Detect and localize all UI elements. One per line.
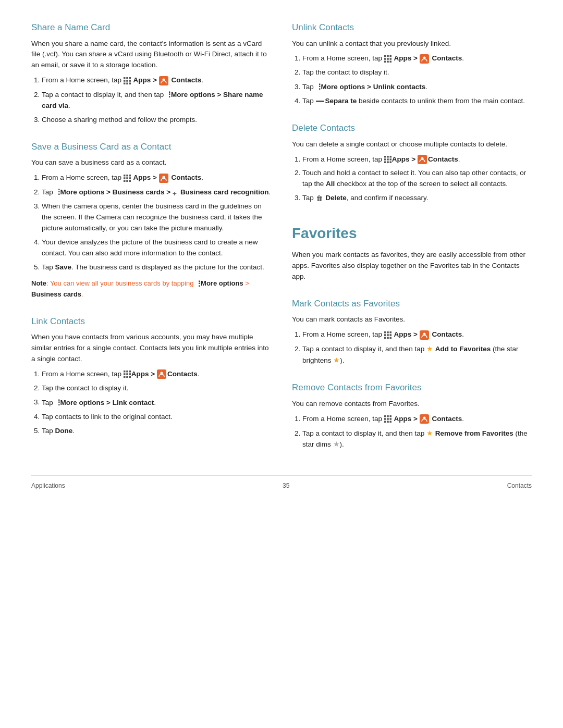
- list-item: Tap More options > Business cards > +Bus…: [42, 187, 271, 198]
- mark-favorites-intro: You can mark contacts as Favorites.: [292, 314, 532, 325]
- star-gold-icon: ★: [426, 429, 433, 437]
- svg-rect-36: [384, 60, 386, 63]
- unlink-contacts-title: Unlink Contacts: [292, 21, 532, 34]
- svg-rect-34: [387, 58, 389, 60]
- more-options-icon: [316, 81, 321, 93]
- svg-rect-48: [389, 161, 391, 163]
- remove-favorites-title: Remove Contacts from Favorites: [292, 381, 532, 394]
- contacts-app-icon: [420, 414, 429, 424]
- list-item: Tap the contact to display it.: [42, 383, 271, 394]
- svg-rect-54: [387, 334, 389, 336]
- apps-icon: [384, 415, 391, 423]
- footer-right: Contacts: [507, 481, 532, 490]
- contacts-app-icon: [420, 54, 429, 64]
- more-options-icon: [166, 89, 171, 101]
- svg-rect-18: [129, 180, 131, 182]
- svg-rect-63: [384, 418, 386, 420]
- svg-rect-32: [389, 55, 391, 57]
- svg-rect-17: [126, 180, 128, 182]
- svg-rect-24: [126, 374, 128, 376]
- share-name-card-title: Share a Name Card: [31, 21, 271, 34]
- mark-favorites-title: Mark Contacts as Favorites: [292, 297, 532, 311]
- svg-rect-27: [126, 376, 128, 378]
- list-item: Tap a contact to display it, and then ta…: [302, 428, 532, 451]
- list-item: Tap Save. The business card is displayed…: [42, 262, 271, 273]
- svg-rect-62: [389, 415, 391, 417]
- save-business-card-intro: You can save a business card as a contac…: [31, 157, 271, 168]
- list-item: From a Home screen, tap Apps >: [302, 154, 532, 165]
- contacts-app-icon: [418, 155, 427, 164]
- svg-rect-40: [384, 156, 386, 158]
- star-gold-icon: ★: [426, 344, 433, 353]
- favorites-title: Favorites: [292, 223, 532, 244]
- trash-icon: 🗑: [316, 193, 323, 204]
- delete-contacts-intro: You can delete a single contact or choos…: [292, 139, 532, 150]
- svg-rect-66: [384, 421, 386, 423]
- svg-rect-16: [124, 180, 126, 182]
- plus-icon: +: [173, 189, 180, 196]
- save-business-card-steps: From a Home screen, tap Apps >: [42, 172, 271, 273]
- svg-rect-2: [129, 77, 131, 79]
- remove-favorites-steps: From a Home screen, tap Apps >: [302, 414, 532, 451]
- svg-rect-28: [129, 376, 131, 378]
- more-options-icon: [195, 278, 201, 290]
- footer-left: Applications: [31, 481, 65, 490]
- svg-rect-22: [129, 371, 131, 373]
- svg-rect-8: [129, 82, 131, 84]
- svg-rect-45: [389, 158, 391, 161]
- svg-rect-42: [389, 156, 391, 158]
- svg-rect-60: [384, 415, 386, 417]
- footer-page-number: 35: [283, 481, 289, 490]
- apps-icon: [384, 331, 391, 339]
- svg-rect-1: [126, 77, 128, 79]
- svg-rect-20: [124, 371, 126, 373]
- svg-rect-51: [387, 331, 389, 334]
- svg-rect-38: [389, 60, 391, 63]
- svg-rect-13: [124, 177, 126, 179]
- svg-rect-53: [384, 334, 386, 336]
- list-item: From a Home screen, tap Apps >: [302, 414, 532, 425]
- right-column: Unlink Contacts You can unlink a contact…: [292, 21, 532, 454]
- minus-icon: [316, 101, 324, 102]
- contacts-app-icon: [159, 174, 168, 183]
- svg-rect-6: [124, 82, 126, 84]
- list-item: Tap 🗑 Delete, and confirm if necessary.: [302, 193, 532, 204]
- list-item: From a Home screen, tap Apps >: [42, 172, 271, 183]
- svg-rect-67: [387, 421, 389, 423]
- favorites-intro: When you mark contacts as favorites, the…: [292, 250, 532, 282]
- link-contacts-steps: From a Home screen, tap Apps >: [42, 369, 271, 437]
- svg-rect-58: [389, 337, 391, 339]
- svg-rect-3: [124, 80, 126, 82]
- star-bright-icon: ★: [333, 356, 340, 364]
- svg-rect-57: [387, 337, 389, 339]
- svg-rect-35: [389, 58, 391, 60]
- svg-rect-65: [389, 418, 391, 420]
- svg-rect-43: [384, 158, 386, 161]
- svg-rect-33: [384, 58, 386, 60]
- list-item: Tap a contact to display it, and then ta…: [42, 89, 271, 112]
- list-item: From a Home screen, tap Apps >: [42, 75, 271, 86]
- apps-icon: [124, 175, 131, 182]
- apps-icon: [124, 77, 131, 84]
- svg-rect-11: [126, 175, 128, 177]
- link-contacts-intro: When you have contacts from various acco…: [31, 332, 271, 365]
- unlink-contacts-intro: You can unlink a contact that you previo…: [292, 39, 532, 50]
- svg-rect-15: [129, 177, 131, 179]
- more-options-icon: [55, 187, 60, 198]
- svg-rect-26: [124, 376, 126, 378]
- svg-rect-23: [124, 374, 126, 376]
- svg-rect-21: [126, 371, 128, 373]
- svg-rect-46: [384, 161, 386, 163]
- svg-rect-56: [384, 337, 386, 339]
- svg-rect-12: [129, 175, 131, 177]
- mark-favorites-steps: From a Home screen, tap Apps >: [302, 329, 532, 366]
- svg-rect-25: [129, 374, 131, 376]
- delete-contacts-steps: From a Home screen, tap Apps >: [302, 154, 532, 204]
- svg-rect-44: [387, 158, 389, 161]
- business-card-note: Note: You can view all your business car…: [31, 278, 271, 300]
- list-item: Tap a contact to display it, and then ta…: [302, 343, 532, 366]
- svg-rect-10: [124, 175, 126, 177]
- list-item: Your device analyzes the picture of the …: [42, 237, 271, 259]
- svg-rect-31: [387, 55, 389, 57]
- svg-rect-37: [387, 60, 389, 63]
